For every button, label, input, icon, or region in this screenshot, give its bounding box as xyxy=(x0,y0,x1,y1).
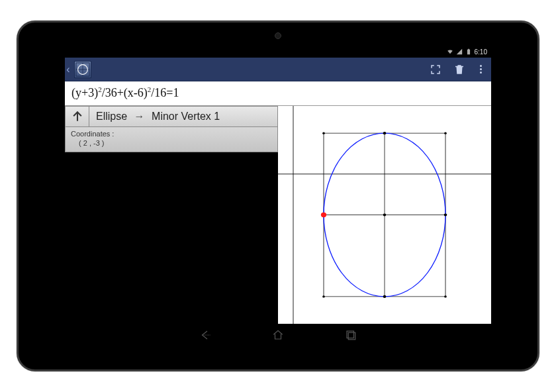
breadcrumb-path[interactable]: Ellipse → Minor Vertex 1 xyxy=(89,107,277,126)
app-icon xyxy=(74,61,91,78)
properties-panel: Ellipse → Minor Vertex 1 Coordinates : (… xyxy=(65,106,278,324)
app-icon-button[interactable] xyxy=(71,58,95,81)
minor-vertex-right xyxy=(444,213,447,216)
center-point xyxy=(383,213,387,216)
major-vertex-bottom xyxy=(383,295,387,298)
system-nav-bar xyxy=(65,324,491,346)
battery-icon xyxy=(465,48,472,55)
breadcrumb-shape: Ellipse xyxy=(96,111,127,122)
major-vertex-top xyxy=(383,132,387,134)
status-time: 6:10 xyxy=(475,48,487,56)
back-icon[interactable] xyxy=(199,329,212,341)
svg-rect-4 xyxy=(347,331,354,338)
arrow-right-icon: → xyxy=(130,111,149,122)
nav-up-caret[interactable]: ‹ xyxy=(65,58,71,81)
graph-canvas[interactable] xyxy=(278,106,491,324)
tablet-device-frame: 6:10 ‹ xyxy=(17,21,539,371)
signal-icon xyxy=(456,48,463,55)
bbox-handle xyxy=(322,132,325,134)
status-bar: 6:10 xyxy=(65,46,491,58)
main-area: Ellipse → Minor Vertex 1 Coordinates : (… xyxy=(65,106,491,324)
home-icon[interactable] xyxy=(271,329,285,341)
breadcrumb: Ellipse → Minor Vertex 1 xyxy=(65,106,278,127)
fullscreen-icon[interactable] xyxy=(430,64,441,75)
equation-text-part1: (y+3) xyxy=(71,86,98,99)
equation-text-part3: /16=1 xyxy=(151,86,179,99)
wifi-icon xyxy=(447,48,453,55)
recent-apps-icon[interactable] xyxy=(344,329,357,341)
screen: 6:10 ‹ xyxy=(65,46,491,346)
up-arrow-icon xyxy=(71,110,84,123)
delete-icon[interactable] xyxy=(453,64,465,75)
svg-rect-5 xyxy=(348,332,355,340)
action-bar: ‹ xyxy=(65,58,491,81)
breadcrumb-item: Minor Vertex 1 xyxy=(152,111,220,122)
bbox-handle xyxy=(322,295,325,297)
property-row[interactable]: Coordinates : ( 2 , -3 ) xyxy=(65,127,278,152)
equation-text-part2: /36+(x-6) xyxy=(102,86,148,99)
property-value: ( 2 , -3 ) xyxy=(71,138,272,148)
overflow-menu-icon[interactable] xyxy=(477,62,485,76)
bbox-handle xyxy=(444,295,447,297)
up-button[interactable] xyxy=(66,107,89,126)
property-label: Coordinates : xyxy=(71,129,272,138)
bbox-handle xyxy=(444,132,447,134)
front-camera xyxy=(275,32,281,39)
selected-point xyxy=(321,213,326,217)
equation-input[interactable]: (y+3)2/36+(x-6)2/16=1 xyxy=(65,81,491,106)
